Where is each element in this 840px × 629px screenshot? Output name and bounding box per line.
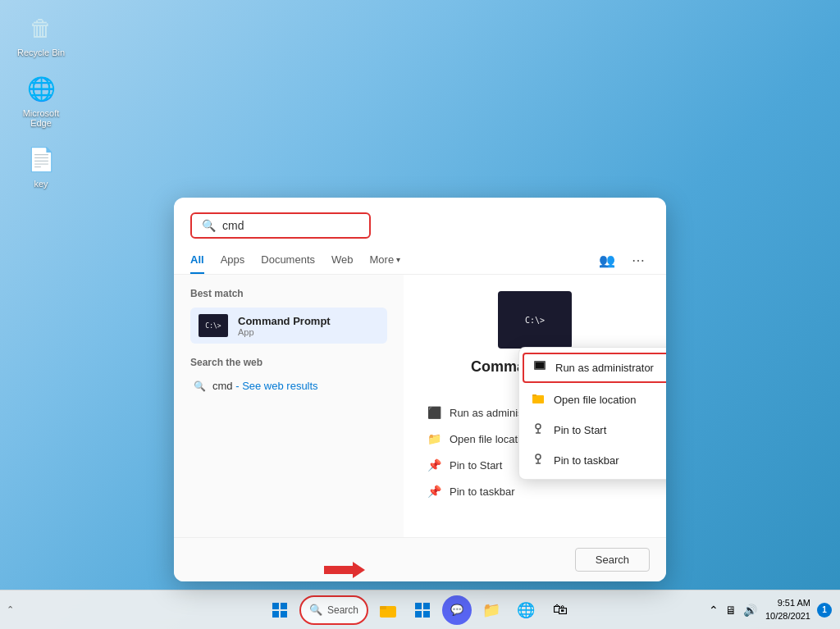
tab-more[interactable]: More ▾ [370, 247, 401, 274]
cmd-large-icon: C:\> [498, 291, 572, 349]
taskbar-file-explorer[interactable] [373, 595, 403, 625]
clock-area[interactable]: 9:51 AM 10/28/2021 [765, 597, 810, 622]
svg-marker-11 [324, 562, 365, 578]
right-run-as-admin-icon: ⬛ [427, 406, 441, 419]
svg-rect-14 [272, 611, 279, 618]
right-open-location-icon: 📁 [427, 432, 441, 445]
context-menu: Run as administrator Open file location [518, 347, 666, 480]
tray-volume-icon[interactable]: 🔊 [742, 602, 759, 618]
edge-label: Microsoft Edge [16, 108, 66, 128]
taskbar-edge-icon[interactable]: 🌐 [511, 595, 541, 625]
svg-rect-15 [281, 611, 287, 618]
tab-right-actions: 👥 ⋯ [596, 249, 650, 272]
svg-rect-18 [415, 603, 422, 609]
tray-icons: ⌃ 🖥 🔊 [707, 602, 759, 618]
key-file-label: key [34, 179, 48, 189]
system-tray: ⌃ 🖥 🔊 9:51 AM 10/28/2021 1 [707, 597, 840, 622]
svg-rect-21 [423, 611, 430, 618]
taskbar-search-label: Search [327, 604, 358, 616]
svg-point-5 [536, 424, 541, 429]
svg-rect-4 [532, 394, 536, 396]
tab-person-icon[interactable]: 👥 [596, 249, 619, 272]
microsoft-edge-icon[interactable]: 🌐 Microsoft Edge [12, 69, 70, 131]
taskbar-search-box[interactable]: 🔍 Search [299, 595, 368, 625]
taskbar-search-icon: 🔍 [309, 604, 322, 616]
command-prompt-result[interactable]: C:\> Command Prompt App [190, 308, 387, 344]
best-match-label: Best match [190, 288, 387, 299]
web-search-icon: 🔍 [194, 381, 206, 392]
desktop: 🗑 Recycle Bin 🌐 Microsoft Edge 📄 key 🔍 A… [0, 0, 840, 629]
ctx-open-file-location[interactable]: Open file location [519, 385, 666, 415]
taskbar: ⌃ 🔍 Search [0, 590, 840, 629]
key-file-icon[interactable]: 📄 key [12, 139, 70, 192]
recycle-bin-icon[interactable]: 🗑 Recycle Bin [12, 8, 70, 61]
start-menu: 🔍 All Apps Documents Web More ▾ 👥 [174, 198, 666, 581]
results-left-panel: Best match C:\> Command Prompt App Searc… [174, 275, 404, 537]
results-right-panel: C:\> Command Prompt App ⬛ Run as adminis… [404, 275, 666, 537]
tab-apps[interactable]: Apps [221, 247, 245, 274]
taskbar-center: 🔍 Search 💬 📁 [265, 595, 575, 625]
svg-point-8 [536, 454, 541, 459]
search-web-label: Search the web [190, 357, 387, 368]
search-input-wrapper[interactable]: 🔍 [190, 212, 371, 239]
ctx-run-admin-icon [532, 360, 547, 376]
taskbar-app1-icon[interactable]: 💬 [442, 595, 472, 625]
right-pin-taskbar-icon: 📌 [427, 485, 441, 498]
search-bar-area: 🔍 [174, 198, 666, 247]
search-tabs: All Apps Documents Web More ▾ 👥 ⋯ [174, 247, 666, 275]
svg-rect-17 [380, 606, 386, 609]
svg-rect-19 [423, 603, 430, 609]
tab-web[interactable]: Web [331, 247, 354, 274]
taskbar-store-icon[interactable]: 🛍 [546, 595, 575, 625]
right-pin-start-icon: 📌 [427, 458, 441, 472]
web-result-text: cmd - See web results [212, 380, 318, 392]
tab-more-icon[interactable]: ⋯ [627, 249, 650, 272]
search-icon: 🔍 [202, 219, 216, 232]
taskbar-windows-icon[interactable] [408, 595, 437, 625]
tray-network-icon[interactable]: 🖥 [724, 602, 738, 618]
svg-rect-12 [272, 603, 279, 609]
search-button[interactable]: Search [575, 548, 650, 572]
ctx-pin-to-start[interactable]: Pin to Start [519, 415, 666, 445]
chevron-down-icon: ▾ [396, 255, 400, 264]
taskbar-left: ⌃ [0, 604, 14, 615]
svg-rect-13 [281, 603, 287, 609]
search-input[interactable] [222, 219, 354, 232]
arrow-indicator [324, 562, 365, 581]
right-pin-to-taskbar[interactable]: 📌 Pin to taskbar [420, 479, 650, 504]
clock-time: 9:51 AM [765, 597, 810, 609]
ctx-pin-start-icon [531, 422, 546, 438]
taskbar-folder-icon[interactable]: 📁 [477, 595, 506, 625]
start-button[interactable] [265, 595, 294, 625]
svg-rect-1 [536, 362, 544, 368]
notification-badge[interactable]: 1 [817, 603, 832, 618]
clock-date: 10/28/2021 [765, 610, 810, 622]
result-type: App [238, 327, 331, 337]
result-name: Command Prompt [238, 315, 331, 327]
svg-rect-20 [415, 611, 422, 618]
tab-documents[interactable]: Documents [261, 247, 315, 274]
key-file-image: 📄 [25, 143, 57, 175]
edge-image: 🌐 [25, 72, 57, 105]
ctx-open-location-icon [531, 392, 546, 408]
ctx-run-as-admin[interactable]: Run as administrator [523, 353, 666, 383]
ctx-pin-taskbar-icon [531, 453, 546, 468]
recycle-bin-image: 🗑 [25, 11, 57, 44]
cmd-icon: C:\> [199, 314, 228, 337]
desktop-icons: 🗑 Recycle Bin 🌐 Microsoft Edge 📄 key [12, 8, 70, 192]
tab-all[interactable]: All [190, 247, 204, 274]
search-bottom-bar: Search [174, 537, 666, 581]
ctx-pin-to-taskbar[interactable]: Pin to taskbar [519, 445, 666, 476]
web-result-item[interactable]: 🔍 cmd - See web results [190, 375, 387, 397]
recycle-bin-label: Recycle Bin [17, 48, 65, 57]
tray-chevron-icon[interactable]: ⌃ [707, 602, 720, 618]
search-results: Best match C:\> Command Prompt App Searc… [174, 275, 666, 537]
tray-expand-icon[interactable]: ⌃ [7, 604, 14, 615]
